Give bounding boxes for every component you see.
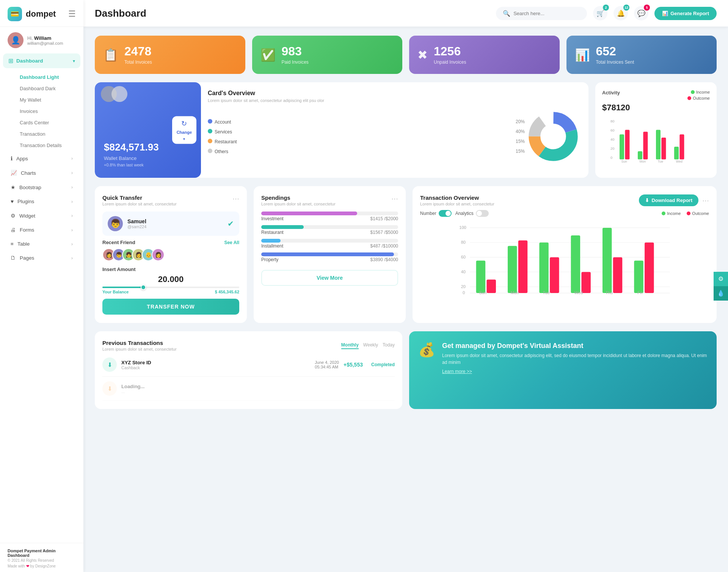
activity-amount: $78120 [602, 103, 710, 113]
sidebar-sub-my-wallet[interactable]: My Wallet [3, 94, 80, 105]
sidebar-item-plugins[interactable]: ♥Plugins › [3, 195, 80, 208]
transfer-button[interactable]: TRANSFER NOW [102, 299, 239, 315]
bottom-row: Quick Transfer Lorem ipsum dolor sit ame… [95, 186, 717, 323]
quick-transfer-menu[interactable]: ⋯ [232, 194, 239, 203]
sidebar-sub-cards-center[interactable]: Cards Center [3, 117, 80, 128]
svg-text:Tue: Tue [658, 160, 663, 163]
svg-rect-16 [674, 147, 679, 160]
va-icon: 💰 [418, 342, 435, 358]
sidebar-item-bootstrap[interactable]: ★Bootstrap › [3, 180, 80, 194]
stat-unpaid-invoices: ✖ 1256 Unpaid Invoices [409, 36, 560, 74]
spending-investment: Investment$1415 /$2000 [261, 212, 398, 221]
svg-rect-38 [539, 243, 548, 293]
services-dot [208, 129, 212, 133]
tab-weekly[interactable]: Weekly [363, 342, 378, 349]
svg-text:40: 40 [610, 138, 615, 142]
insert-amount-label: Insert Amount [102, 266, 239, 272]
sidebar-sub-invoices[interactable]: Invoices [3, 106, 80, 117]
sidebar: 💳 dompet ☰ 👤 Hi, William william@gmail.c… [0, 0, 83, 572]
income-dot [691, 90, 695, 94]
generate-report-button[interactable]: 📊 Generate Report [654, 7, 717, 20]
tab-monthly[interactable]: Monthly [341, 342, 359, 349]
hamburger-icon[interactable]: ☰ [68, 9, 76, 19]
activity-header: Activity Income Outcome [602, 90, 710, 100]
svg-rect-43 [613, 257, 622, 293]
amount-slider[interactable] [102, 287, 239, 288]
tx-controls: ⬇ Download Report ⋯ [639, 194, 709, 206]
svg-rect-12 [638, 151, 642, 160]
sidebar-sub-transaction[interactable]: Transaction [3, 129, 80, 139]
tx-name: XYZ Store ID [121, 360, 310, 365]
tx-sub: Cashback [121, 365, 310, 370]
prev-tx-header: Previous Transactions Lorem ipsum dolor … [102, 340, 395, 351]
sidebar-item-charts[interactable]: 📈Charts › [3, 166, 80, 180]
avatar: 👤 [8, 32, 24, 48]
circle-2 [111, 86, 127, 102]
svg-rect-35 [486, 280, 496, 293]
svg-rect-15 [661, 138, 666, 160]
sidebar-sub-dashboard-light[interactable]: Dashboard Light [3, 72, 80, 83]
theme-float-button[interactable]: 💧 [714, 286, 728, 301]
transaction-overview-panel: Transaction Overview Lorem ipsum dolor s… [413, 186, 717, 323]
stat-paid-invoices: ✅ 983 Paid Invoices [252, 36, 403, 74]
see-all-button[interactable]: See All [224, 240, 239, 245]
sidebar-item-widget[interactable]: ⚙Widget › [3, 209, 80, 223]
sidebar-sub-transaction-details[interactable]: Transaction Details [3, 140, 80, 151]
va-desc: Lorem ipsum dolor sit amet, consectetur … [442, 352, 708, 366]
plugins-icon: ♥ [11, 199, 14, 204]
transfer-avatar: 👦 [108, 216, 123, 231]
tx-info: XYZ Store ID Cashback [121, 360, 310, 370]
prev-tx-title: Previous Transactions [102, 340, 177, 346]
overview-desc: Lorem ipsum dolor sit amet, consectetur … [208, 98, 582, 103]
download-report-button[interactable]: ⬇ Download Report [639, 194, 698, 206]
search-input[interactable] [513, 11, 580, 16]
restaurant-dot [208, 139, 212, 143]
chevron-down-icon: ▾ [183, 137, 185, 141]
svg-rect-13 [643, 132, 648, 160]
forms-icon: 🖨 [11, 227, 16, 233]
svg-rect-17 [679, 135, 684, 160]
refresh-button[interactable]: ↻ Change ▾ [172, 116, 196, 144]
sidebar-item-forms[interactable]: 🖨Forms › [3, 223, 80, 237]
logo-text: dompet [26, 9, 56, 19]
number-toggle[interactable] [439, 210, 452, 217]
apps-label: Apps [16, 156, 28, 161]
sidebar-sub-dashboard-dark[interactable]: Dashboard Dark [3, 83, 80, 94]
content-area: 📋 2478 Total Invoices ✅ 983 Paid Invoice… [83, 27, 728, 572]
sidebar-item-dashboard[interactable]: ⊞ Dashboard ▾ [3, 53, 80, 68]
pages-icon: 🗋 [11, 255, 16, 261]
table-icon: ≡ [11, 241, 14, 247]
analytics-toggle[interactable] [476, 210, 489, 217]
spending-restaurant: Restaurant$1567 /$5000 [261, 225, 398, 235]
svg-text:Sun: Sun [621, 160, 627, 163]
bootstrap-icon: ★ [11, 184, 16, 190]
sidebar-item-pages[interactable]: 🗋Pages › [3, 251, 80, 265]
sidebar-user: 👤 Hi, William william@gmail.com [0, 27, 83, 52]
cart-button[interactable]: 🛒 2 [593, 6, 607, 20]
messages-button[interactable]: 💬 5 [634, 6, 648, 20]
sidebar-item-table[interactable]: ≡Table › [3, 237, 80, 251]
tab-today[interactable]: Today [383, 342, 395, 349]
svg-text:Mon: Mon [511, 291, 519, 295]
outcome-dot-tx [687, 212, 690, 215]
notification-button[interactable]: 🔔 12 [613, 6, 628, 20]
svg-text:100: 100 [459, 225, 466, 230]
pie-chart [525, 108, 582, 165]
logo-icon: 💳 [8, 7, 22, 21]
recent-label: Recent Friend [102, 240, 135, 245]
overview-services: Services 40% [208, 127, 525, 136]
bootstrap-arrow: › [71, 185, 73, 190]
bootstrap-label: Bootstrap [19, 185, 41, 190]
overview-account: Account 20% [208, 117, 525, 127]
spendings-desc: Lorem ipsum dolor sit amet, consectetur [261, 202, 336, 206]
tx-legend: Income Outcome [662, 211, 709, 216]
spendings-menu[interactable]: ⋯ [391, 194, 398, 203]
view-more-button[interactable]: View More [261, 270, 398, 286]
sidebar-item-apps[interactable]: ℹApps › [3, 152, 80, 165]
activity-title: Activity [602, 90, 620, 96]
settings-float-button[interactable]: ⚙ [714, 272, 728, 286]
tx-menu[interactable]: ⋯ [702, 196, 709, 205]
svg-rect-37 [518, 240, 527, 293]
svg-rect-44 [634, 261, 643, 293]
va-learn-more[interactable]: Learn more >> [442, 369, 708, 374]
